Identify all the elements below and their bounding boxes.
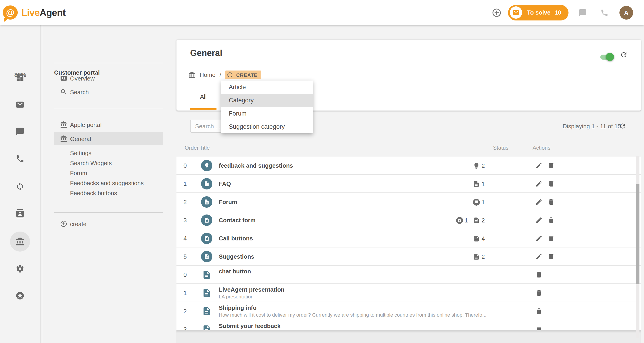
create-button-label: CREATE xyxy=(236,72,258,78)
sidebar-item-label: Forum xyxy=(70,170,87,176)
row-title[interactable]: FAQ xyxy=(219,180,231,187)
scrollbar-thumb[interactable] xyxy=(636,184,640,284)
sidebar-item-apple-portal[interactable]: Apple portal xyxy=(54,118,163,131)
delete-button[interactable] xyxy=(535,289,542,296)
rail-item-sync[interactable] xyxy=(16,182,24,191)
rail-item-contacts[interactable] xyxy=(16,209,24,218)
liveagent-logo[interactable]: @ LiveAgent xyxy=(3,6,66,20)
delete-button[interactable] xyxy=(548,198,555,206)
dropdown-item-suggestion-category[interactable]: Suggestion category xyxy=(221,120,313,133)
edit-button[interactable] xyxy=(535,180,542,188)
rail-item-mail[interactable] xyxy=(16,100,24,109)
bank-icon xyxy=(16,237,24,246)
dropdown-item-category[interactable]: Category xyxy=(221,94,313,107)
sidebar-item-overview[interactable]: Overview xyxy=(54,72,163,84)
delete-button[interactable] xyxy=(535,271,542,278)
trash-icon xyxy=(548,198,555,206)
vertical-scrollbar[interactable] xyxy=(636,156,640,338)
delete-button[interactable] xyxy=(548,162,555,169)
delete-button[interactable] xyxy=(535,308,542,315)
row-title[interactable]: Call buttons xyxy=(219,235,253,242)
actions-cell xyxy=(535,248,555,266)
trash-icon xyxy=(535,326,542,330)
rail-item-chat[interactable] xyxy=(16,127,24,136)
avatar[interactable]: A xyxy=(620,6,633,19)
table-row[interactable]: 2Shipping infoHow much will it cost to d… xyxy=(176,302,641,320)
pageview-icon xyxy=(60,74,67,82)
table-row[interactable]: 3Submit your feedbackDo you have any ide… xyxy=(176,320,641,330)
sidebar-item-feedback-buttons[interactable]: Feedback buttons xyxy=(54,186,163,199)
order-cell: 2 xyxy=(180,308,190,314)
trash-icon xyxy=(535,308,542,315)
rail-item-bank[interactable] xyxy=(16,237,24,246)
delete-button[interactable] xyxy=(548,180,555,188)
rail-item-settings[interactable] xyxy=(16,264,24,274)
order-cell: 5 xyxy=(180,253,190,260)
create-button[interactable]: CREATE xyxy=(225,70,261,79)
rail-item-stars[interactable] xyxy=(16,291,24,300)
contacts-icon xyxy=(16,209,24,218)
edit-button[interactable] xyxy=(535,235,542,242)
sidebar-item-label: create xyxy=(70,220,86,227)
row-title[interactable]: chat button xyxy=(219,268,251,275)
table-row[interactable]: 0feedback and suggestions2 xyxy=(176,156,641,174)
dashboard-icon xyxy=(16,73,24,82)
delete-button[interactable] xyxy=(548,216,555,224)
edit-button[interactable] xyxy=(535,198,542,206)
rail-item-phone[interactable] xyxy=(16,154,24,163)
portal-enabled-toggle[interactable] xyxy=(600,54,612,60)
row-title[interactable]: Shipping info xyxy=(219,304,256,311)
add-icon xyxy=(492,8,502,18)
breadcrumb-home[interactable]: Home xyxy=(200,72,215,78)
table-row[interactable]: 1FAQ1 xyxy=(176,174,641,192)
refresh-icon[interactable] xyxy=(620,51,628,59)
tab-all[interactable]: All xyxy=(190,93,216,100)
edit-button[interactable] xyxy=(535,253,542,260)
sidebar-item-search[interactable]: Search xyxy=(54,86,163,98)
lightbulb-icon xyxy=(473,162,480,169)
trash-icon xyxy=(548,180,555,188)
table-row[interactable]: 2Forum1 xyxy=(176,192,641,210)
sidebar-item-general[interactable]: General xyxy=(54,132,163,145)
row-title[interactable]: Submit your feedback xyxy=(219,322,280,329)
document-mini-icon xyxy=(457,218,462,222)
dropdown-item-forum[interactable]: Forum xyxy=(221,107,313,120)
delete-button[interactable] xyxy=(548,253,555,260)
table-row[interactable]: 5Suggestions2 xyxy=(176,247,641,265)
sidebar-item-create[interactable]: create xyxy=(54,218,163,230)
actions-cell xyxy=(535,302,542,320)
liveagent-logo-icon: @ xyxy=(3,6,18,20)
row-title[interactable]: LiveAgent presentation xyxy=(219,286,284,293)
document-icon xyxy=(204,217,210,223)
add-new-button[interactable] xyxy=(492,8,502,18)
row-title[interactable]: feedback and suggestions xyxy=(219,162,293,169)
top-bar: @ LiveAgent To solve 10 A xyxy=(0,0,644,25)
dropdown-item-article[interactable]: Article xyxy=(221,80,313,94)
column-header-status: Status xyxy=(493,145,508,151)
document-icon xyxy=(204,254,210,259)
logo-live: Live xyxy=(22,7,40,18)
stars-icon xyxy=(16,291,24,300)
order-cell: 3 xyxy=(180,326,190,330)
icon-rail: 80% xyxy=(0,25,41,343)
table-row[interactable]: 0chat button xyxy=(176,265,641,284)
actions-cell xyxy=(535,229,555,248)
chat-button[interactable] xyxy=(575,5,590,20)
to-solve-button[interactable]: To solve 10 xyxy=(508,5,569,20)
phone-button[interactable] xyxy=(597,5,612,20)
row-title[interactable]: Forum xyxy=(219,198,237,205)
delete-button[interactable] xyxy=(548,235,555,242)
edit-button[interactable] xyxy=(535,216,542,224)
row-title[interactable]: Suggestions xyxy=(219,253,254,260)
table-row[interactable]: 4Call buttons4 xyxy=(176,229,641,247)
pencil-icon xyxy=(535,180,542,188)
rail-item-dashboard[interactable] xyxy=(16,73,24,82)
refresh-list-icon[interactable] xyxy=(619,122,626,130)
bank-icon xyxy=(60,121,67,128)
edit-button[interactable] xyxy=(535,162,542,169)
row-title[interactable]: Contact form xyxy=(219,216,256,223)
table-row[interactable]: 3Contact form12 xyxy=(176,210,641,229)
delete-button[interactable] xyxy=(535,326,542,330)
document-icon xyxy=(204,235,210,241)
table-row[interactable]: 1LiveAgent presentationLA presentation xyxy=(176,284,641,302)
